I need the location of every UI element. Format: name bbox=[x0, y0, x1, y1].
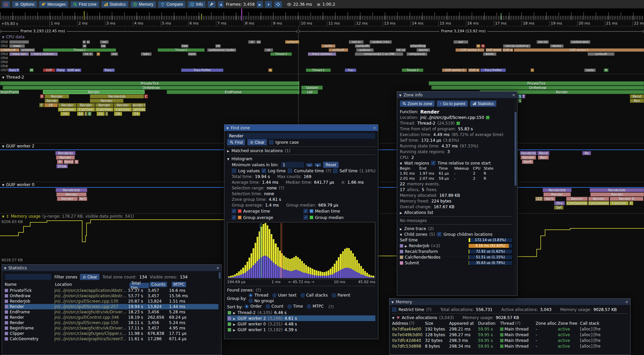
timeline-zone[interactable]: rot_co bbox=[396, 48, 406, 52]
timeline-zone[interactable]: Re bbox=[582, 151, 591, 155]
timeline-zone[interactable]: Ren bbox=[630, 99, 644, 103]
timeline-zone[interactable]: -17 bbox=[535, 197, 543, 201]
collapse-icon[interactable] bbox=[2, 214, 4, 219]
timeline-zone[interactable]: 24 bbox=[132, 112, 140, 116]
wait-region-row[interactable]: 1.91 ms1.97 ms61 μs-2R bbox=[400, 171, 513, 176]
timeline-zone[interactable]: w bbox=[83, 44, 87, 48]
timeline-zone[interactable]: Rende bbox=[45, 99, 59, 103]
collapse-icon[interactable] bbox=[2, 144, 4, 148]
timeline-zone[interactable]: tracy_syn bbox=[9, 52, 29, 56]
radio-button[interactable] bbox=[266, 304, 270, 309]
collapse-icon[interactable] bbox=[400, 161, 402, 166]
timeline-zone[interactable]: Rencer bbox=[566, 197, 588, 201]
find-zone-button[interactable]: Find zone bbox=[70, 1, 99, 8]
compare-button[interactable]: Compare bbox=[158, 1, 185, 8]
collapse-icon[interactable] bbox=[405, 243, 407, 248]
column-header[interactable]: Zone free bbox=[558, 321, 580, 326]
timeline-zone[interactable]: BeginFrame bbox=[0, 90, 19, 94]
column-header[interactable]: Appeared at bbox=[449, 321, 478, 326]
close-icon[interactable] bbox=[216, 266, 219, 270]
found-zone-group[interactable]: GUIF worker 0 (3,231) 4.48 s bbox=[227, 321, 375, 327]
memory-usage-section-header[interactable]: Memory usage(y-range: 178.27 KB, visible… bbox=[2, 214, 134, 219]
found-zone-group[interactable]: GUIF worker 1 (3,192) 4.39 s bbox=[227, 327, 375, 332]
timeline-zone[interactable]: kwgn bbox=[9, 44, 25, 48]
timeline-zone[interactable]: kw bbox=[101, 44, 106, 48]
collapse-icon[interactable] bbox=[233, 327, 235, 332]
timeline-zone[interactable]: Render bbox=[521, 156, 536, 160]
timeline-zone[interactable]: surfacef bbox=[285, 40, 299, 44]
log-values-checkbox[interactable] bbox=[232, 169, 236, 173]
timeline-zone[interactable]: Tracy Profiler bbox=[181, 69, 223, 72]
timeline-zone[interactable]: Tracy Profiler bbox=[480, 69, 506, 72]
timeline-zone[interactable]: Render bbox=[114, 103, 132, 107]
timeline-zone[interactable]: Thread-2 bbox=[270, 52, 292, 56]
timeline-zone[interactable]: PrivateTick bbox=[429, 81, 644, 85]
timeline-zone[interactable]: Render bbox=[543, 192, 571, 196]
timeline-zone[interactable]: RenderJob bbox=[56, 188, 87, 192]
statistics-button[interactable]: Statistics bbox=[101, 1, 128, 8]
timeline-zone[interactable]: A bbox=[476, 44, 480, 48]
series-checkbox[interactable] bbox=[232, 215, 236, 220]
timeline-zone[interactable]: GUIF worker 0 bbox=[455, 48, 484, 52]
info-button[interactable]: Info bbox=[187, 1, 205, 8]
statistics-table-row[interactable]: Render jni/../jni/src/guif/Screen.cpp:25… bbox=[5, 304, 219, 309]
column-header[interactable]: Counts bbox=[150, 282, 167, 287]
timeline-zone[interactable]: Render R bbox=[610, 197, 643, 201]
next-frame-button[interactable] bbox=[257, 1, 263, 8]
timeline-zone[interactable]: A bbox=[268, 69, 272, 72]
timeline-zone[interactable]: Render bbox=[95, 103, 113, 107]
prev-frame-button[interactable] bbox=[218, 1, 224, 8]
collapse-icon[interactable] bbox=[2, 35, 4, 39]
alloc-callstack-link[interactable]: [alloc] bbox=[580, 332, 592, 337]
ignore-case-checkbox[interactable] bbox=[269, 140, 273, 144]
statistics-window-titlebar[interactable]: Statistics bbox=[2, 265, 221, 271]
timeline-zone[interactable]: Thread-2 bbox=[306, 69, 331, 72]
memory-window-titlebar[interactable]: Memory bbox=[389, 299, 630, 305]
timeline-zone[interactable]: CalcGeo bbox=[114, 107, 132, 112]
timeline-zone[interactable]: worke bbox=[483, 52, 496, 56]
alloc-callstack-link[interactable]: [alloc] bbox=[580, 344, 592, 349]
timeline-zone[interactable]: surfacefl bbox=[588, 52, 614, 56]
timeline-zone[interactable]: OnRedraw bbox=[3, 86, 300, 90]
radio-button[interactable] bbox=[272, 293, 277, 298]
scrollbar[interactable] bbox=[218, 271, 221, 354]
timeline-zone[interactable]: CalcGeo bbox=[95, 107, 113, 112]
radio-button[interactable] bbox=[301, 293, 305, 298]
free-callstack-link[interactable]: [fre bbox=[593, 327, 600, 331]
timeline-zone[interactable]: surfac bbox=[321, 44, 335, 48]
timeline-zone[interactable]: audioserver /audio bbox=[207, 48, 236, 52]
collapse-icon[interactable] bbox=[227, 157, 229, 161]
collapse-icon[interactable] bbox=[391, 300, 394, 304]
timeline-zone[interactable]: C bbox=[85, 112, 87, 116]
found-zone-group[interactable]: Thread-2 (4,105) 6.46 s bbox=[227, 310, 375, 315]
timeline-zone[interactable]: cfir bbox=[215, 44, 221, 48]
column-header[interactable]: Size bbox=[425, 321, 449, 326]
timeline-zone[interactable]: surfacefl bbox=[329, 48, 348, 52]
statistics-table-row[interactable]: Clipper jni/../jni/src/claw/gfx/geo/Clip… bbox=[5, 331, 219, 336]
timeline-zone[interactable]: sys bbox=[100, 40, 109, 44]
statistics-table-row[interactable]: EndFrame jni/../jni/src/claw/gfx/drv/vk/… bbox=[5, 309, 219, 315]
timeline-zone[interactable]: tracy_systrace bbox=[308, 52, 336, 56]
worker0-section-header[interactable]: GUIF worker 0 bbox=[2, 182, 35, 187]
timeline-zone[interactable]: Render bbox=[56, 156, 75, 160]
alloc-callstack-link[interactable]: [alloc] bbox=[580, 338, 592, 343]
timeline-zone[interactable]: 18. bbox=[44, 103, 58, 107]
child-zone-row[interactable]: CalcRenderNodes 51.51 us (1.15%) bbox=[400, 254, 513, 260]
timeline-zone[interactable]: syste bbox=[584, 69, 596, 72]
wait-region-row[interactable]: 2.01 ms2.07 ms59 μs-2R bbox=[400, 176, 513, 181]
timeline-zone[interactable]: tracy_systrace bbox=[30, 52, 58, 56]
alloc-callstack-link[interactable]: [alloc] bbox=[580, 327, 592, 331]
timeline-zone[interactable]: Ren bbox=[538, 156, 549, 160]
timeline-zone[interactable]: system_s-hv bbox=[370, 40, 392, 44]
timeline-zone[interactable]: GUIF wor bbox=[66, 69, 81, 72]
clear-button[interactable]: Clear bbox=[247, 139, 267, 145]
find-button[interactable]: Find bbox=[227, 139, 245, 145]
timeline-zone[interactable]: GUIF w bbox=[502, 48, 513, 52]
timeline-zone[interactable]: Render bbox=[45, 94, 69, 98]
collapse-icon[interactable] bbox=[400, 232, 402, 237]
timeline-zone[interactable]: Rend bbox=[64, 160, 74, 164]
timeline-zone[interactable]: RenderJob bbox=[90, 94, 144, 98]
timeline-zone[interactable]: systemui bbox=[20, 48, 35, 52]
column-header[interactable]: Zone alloc bbox=[536, 321, 558, 326]
clear-filter-button[interactable]: Clear bbox=[80, 274, 100, 280]
